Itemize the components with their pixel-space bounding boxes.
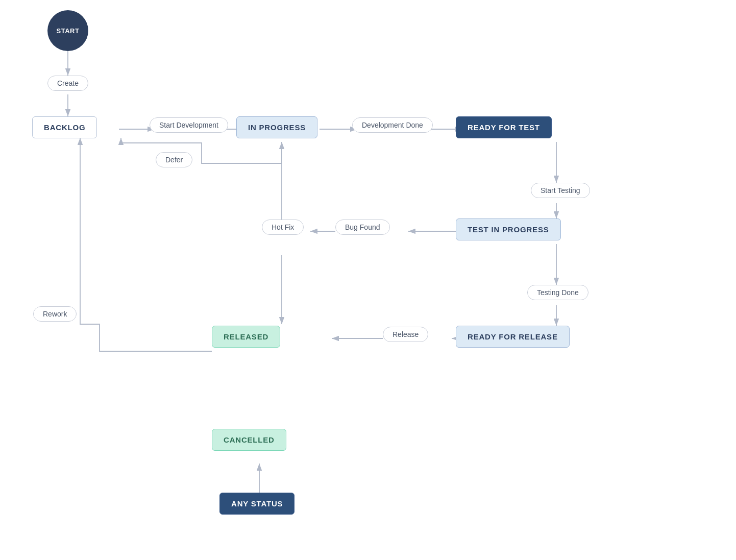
in-progress-state: IN PROGRESS [236, 116, 317, 138]
start-node: START [47, 10, 88, 51]
start-development-transition: Start Development [150, 117, 228, 133]
any-status-state: ANY STATUS [219, 493, 295, 515]
release-transition: Release [383, 327, 428, 342]
arrows-layer [0, 0, 736, 560]
test-in-progress-state: TEST IN PROGRESS [456, 218, 561, 240]
workflow-diagram: START Create BACKLOG Start Development I… [0, 0, 736, 560]
bug-found-transition: Bug Found [335, 220, 390, 235]
defer-transition: Defer [156, 152, 192, 167]
cancelled-state: CANCELLED [212, 429, 286, 451]
backlog-state: BACKLOG [32, 116, 97, 138]
ready-for-release-state: READY FOR RELEASE [456, 326, 570, 348]
development-done-transition: Development Done [352, 117, 433, 133]
ready-for-test-state: READY FOR TEST [456, 116, 552, 138]
create-transition: Create [47, 76, 88, 91]
testing-done-transition: Testing Done [527, 285, 588, 300]
start-testing-transition: Start Testing [531, 183, 590, 198]
rework-transition: Rework [33, 306, 77, 322]
hot-fix-transition: Hot Fix [262, 220, 304, 235]
released-state: RELEASED [212, 326, 280, 348]
